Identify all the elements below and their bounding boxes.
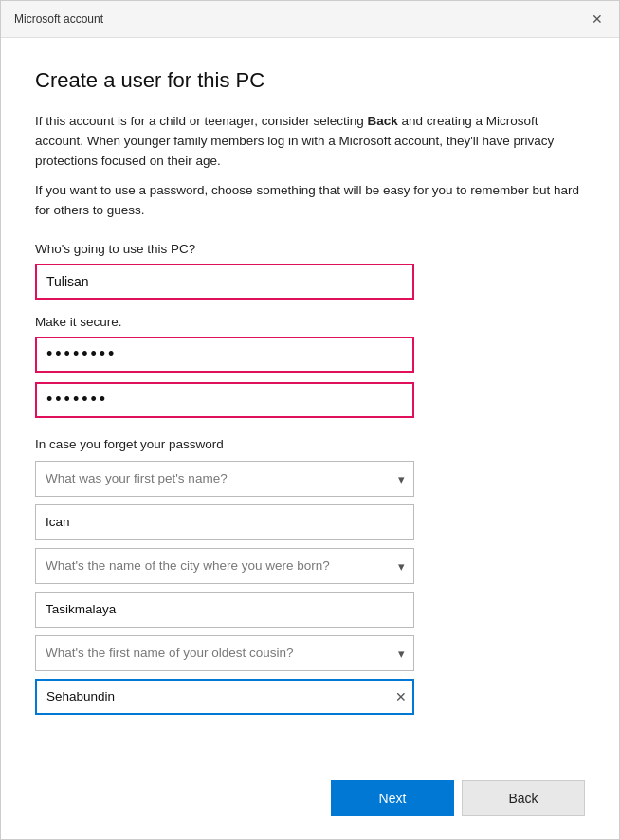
who-label: Who's going to use this PC?	[35, 242, 585, 256]
confirm-password-input[interactable]	[35, 382, 414, 418]
main-window: Microsoft account ✕ Create a user for th…	[0, 0, 620, 840]
security-question-2-wrapper: What's the name of the city where you we…	[35, 548, 414, 584]
content-area: Create a user for this PC If this accoun…	[1, 38, 619, 839]
forget-label: In case you forget your password	[35, 437, 585, 451]
answer-input-3[interactable]	[35, 679, 414, 715]
back-bold: Back	[367, 114, 397, 128]
secure-label: Make it secure.	[35, 315, 585, 329]
answer-input-2[interactable]	[35, 592, 414, 628]
next-button[interactable]: Next	[331, 780, 454, 816]
close-button[interactable]: ✕	[587, 9, 608, 29]
answer-input-1[interactable]	[35, 504, 414, 540]
description-1-text: If this account is for a child or teenag…	[35, 114, 367, 128]
description-2: If you want to use a password, choose so…	[35, 181, 585, 221]
footer-buttons: Next Back	[35, 758, 585, 816]
description-1: If this account is for a child or teenag…	[35, 112, 585, 172]
page-title: Create a user for this PC	[35, 68, 585, 93]
password-input[interactable]	[35, 337, 414, 373]
security-question-3-dropdown[interactable]: What's the first name of your oldest cou…	[35, 635, 414, 671]
window-title: Microsoft account	[14, 12, 103, 26]
clear-answer-3-button[interactable]: ✕	[395, 690, 407, 703]
title-bar: Microsoft account ✕	[1, 1, 619, 38]
security-question-1-dropdown[interactable]: What was your first pet's name?	[35, 461, 414, 497]
back-button[interactable]: Back	[462, 780, 585, 816]
security-question-3-wrapper: What's the first name of your oldest cou…	[35, 635, 414, 671]
security-question-1-wrapper: What was your first pet's name? ▾	[35, 461, 414, 497]
username-input[interactable]	[35, 264, 414, 300]
security-question-2-dropdown[interactable]: What's the name of the city where you we…	[35, 548, 414, 584]
answer-input-3-wrapper: ✕	[35, 679, 414, 715]
